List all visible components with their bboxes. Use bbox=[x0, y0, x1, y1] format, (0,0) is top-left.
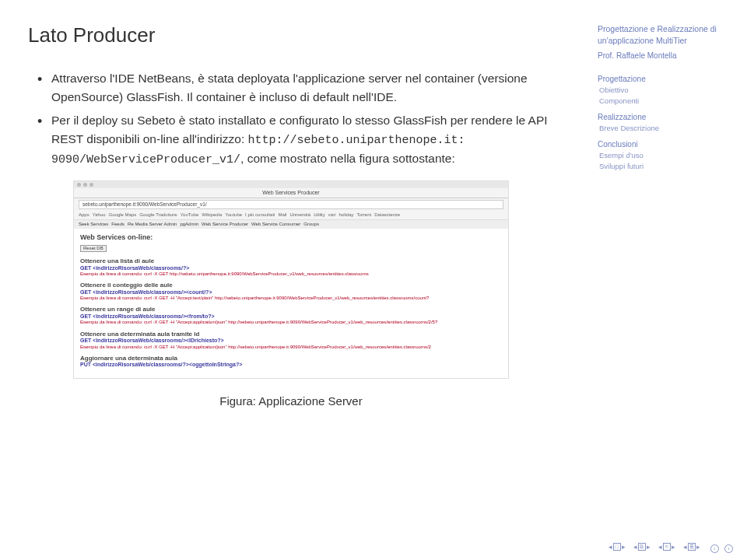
bookmarks-bar: AppsYahooGoogle MapsGoogle TraduttoreYou… bbox=[74, 211, 508, 220]
nav-subsection-icon: ⧉ bbox=[638, 543, 646, 551]
endpoint-method: GET <indirizzoRisorsaWeb/classrooms/><co… bbox=[80, 289, 502, 296]
endpoint-cmd: Esempio da linea di comando: curl -X GET… bbox=[80, 345, 502, 350]
sidebar-section: Progettazione bbox=[598, 74, 730, 85]
nav-prev-icon: ◂ bbox=[608, 543, 612, 551]
endpoint-block: Aggiornare una determinata aulaPUT <indi… bbox=[80, 355, 502, 369]
bookmark-item: vari bbox=[328, 212, 336, 218]
nav-forward-icon: › bbox=[724, 544, 733, 553]
bookmark-item: Yahoo bbox=[93, 212, 106, 218]
bookmark-item: Google Maps bbox=[109, 212, 137, 218]
bookmark-item: I più consultati bbox=[245, 212, 275, 218]
traffic-light-icon bbox=[89, 183, 93, 187]
beamer-nav-footer: ◂□▸ ◂⧉▸ ◂≡▸ ◂≣▸ ‹ › bbox=[608, 540, 733, 554]
bullet-2-post: , come mostrato nella figura sottostante… bbox=[240, 152, 455, 165]
bookmark-item: Utility bbox=[314, 212, 325, 218]
sidebar-subsection: Componenti bbox=[599, 96, 730, 106]
figure-caption: Figura: Applicazione Server bbox=[73, 394, 509, 408]
nav-next-icon: ▸ bbox=[672, 543, 675, 551]
page-nav-item: Web Service Producer bbox=[202, 222, 248, 227]
sidebar-subsection: Breve Descrizione bbox=[599, 123, 730, 133]
endpoint-method: PUT <indirizzoRisorsaWeb/classrooms/?><o… bbox=[80, 362, 502, 368]
bullet-2-code2: 9090/WebServiceProducer_v1/ bbox=[51, 153, 240, 166]
endpoint-title: Ottenere un range di aule bbox=[80, 306, 502, 313]
slide-title: Lato Producer bbox=[28, 23, 573, 47]
nav-next-icon: ▸ bbox=[622, 543, 626, 551]
sidebar-section: Realizzazione bbox=[598, 112, 730, 123]
endpoint-block: Ottenere una determinata aula tramite id… bbox=[80, 331, 502, 350]
page-nav-item: Groups bbox=[303, 222, 319, 227]
reset-db-button: Reset DB bbox=[80, 245, 107, 252]
bullet-2-code1: http://sebeto.uniparthenope.it: bbox=[248, 134, 465, 147]
sidebar: Progettazione e Realizzazione di un'appl… bbox=[598, 23, 730, 171]
endpoint-title: Ottenere il conteggio delle aule bbox=[80, 282, 502, 289]
bookmark-item: Apps bbox=[79, 212, 89, 218]
nav-back-icon: ‹ bbox=[710, 544, 719, 553]
nav-back-forward: ‹ › bbox=[708, 540, 733, 554]
nav-section-icon: ≡ bbox=[663, 543, 671, 551]
nav-next-icon: ▸ bbox=[647, 543, 651, 551]
endpoint-title: Ottenere una lista di aule bbox=[80, 257, 502, 265]
screenshot-mock: Web Services Producer sebeto.unipartheno… bbox=[73, 180, 509, 379]
endpoint-block: Ottenere una lista di auleGET <indirizzo… bbox=[80, 257, 502, 277]
bookmark-item: Torrent bbox=[356, 212, 371, 218]
endpoint-cmd: Esempio da linea di comando: curl -X GET… bbox=[80, 320, 502, 325]
bookmark-item: Mail bbox=[278, 212, 286, 218]
endpoint-method: GET <indirizzoRisorsaWeb/classrooms/?> bbox=[80, 265, 502, 271]
sidebar-subsection: Esempi d'uso bbox=[599, 150, 730, 160]
endpoint-method: GET <indirizzoRisorsaWeb/classrooms/><ID… bbox=[80, 338, 502, 344]
traffic-light-icon bbox=[77, 183, 81, 187]
endpoint-title: Aggiornare una determinata aula bbox=[80, 355, 502, 362]
sidebar-author: Prof. Raffaele Montella bbox=[598, 51, 730, 61]
bullet-1: Attraverso l'IDE NetBeans, è stata deplo… bbox=[51, 69, 573, 107]
bookmark-item: Youtube bbox=[225, 212, 242, 218]
page-nav-item: Re Media Server Admin bbox=[128, 222, 177, 227]
bullet-2: Per il deploy su Sebeto è stato installa… bbox=[51, 111, 573, 170]
page-nav-item: Feeds bbox=[111, 222, 124, 227]
nav-prev-icon: ◂ bbox=[633, 543, 637, 551]
nav-frame-icon: □ bbox=[613, 543, 621, 551]
browser-tab-title: Web Services Producer bbox=[74, 188, 508, 198]
bookmark-item: YouTube bbox=[181, 212, 199, 218]
nav-doc-icon: ≣ bbox=[688, 543, 696, 551]
endpoint-cmd: Esempio da linea di comando: curl -X GET… bbox=[80, 296, 502, 301]
sidebar-section: Conclusioni bbox=[598, 139, 730, 150]
bookmark-item: Datascienze bbox=[374, 212, 400, 218]
page-heading: Web Services on-line: bbox=[80, 233, 502, 242]
sidebar-subsection: Obiettivo bbox=[599, 85, 730, 95]
endpoint-method: GET <indirizzoRisorsaWeb/classrooms/><fr… bbox=[80, 313, 502, 320]
page-nav-tabs: Seek ServicesFeedsRe Media Server Adminp… bbox=[74, 220, 508, 229]
endpoint-cmd: Esempio da linea di comando: curl -X GET… bbox=[80, 271, 502, 277]
traffic-light-icon bbox=[83, 183, 87, 187]
bookmark-item: Wikipedia bbox=[202, 212, 222, 218]
bookmark-item: Università bbox=[289, 212, 310, 218]
bookmark-item: Google Traduttore bbox=[139, 212, 177, 218]
page-nav-item: pgAdmin bbox=[180, 222, 198, 227]
page-nav-item: Web Service Consumer bbox=[251, 222, 300, 227]
nav-prev-icon: ◂ bbox=[683, 543, 687, 551]
nav-next-icon: ▸ bbox=[696, 543, 700, 551]
bookmark-item: holiday bbox=[338, 212, 353, 218]
nav-prev-icon: ◂ bbox=[658, 543, 662, 551]
endpoint-block: Ottenere un range di auleGET <indirizzoR… bbox=[80, 306, 502, 325]
page-nav-item: Seek Services bbox=[79, 222, 108, 227]
endpoint-block: Ottenere il conteggio delle auleGET <ind… bbox=[80, 282, 502, 301]
window-chrome bbox=[74, 181, 508, 188]
address-bar: sebeto.uniparthenope.it:9090/WebServiceP… bbox=[79, 200, 503, 209]
sidebar-subsection: Sviluppi futuri bbox=[599, 161, 730, 171]
figure-container: Web Services Producer sebeto.unipartheno… bbox=[73, 180, 509, 408]
sidebar-title: Progettazione e Realizzazione di un'appl… bbox=[598, 23, 730, 46]
endpoint-title: Ottenere una determinata aula tramite id bbox=[80, 331, 502, 338]
